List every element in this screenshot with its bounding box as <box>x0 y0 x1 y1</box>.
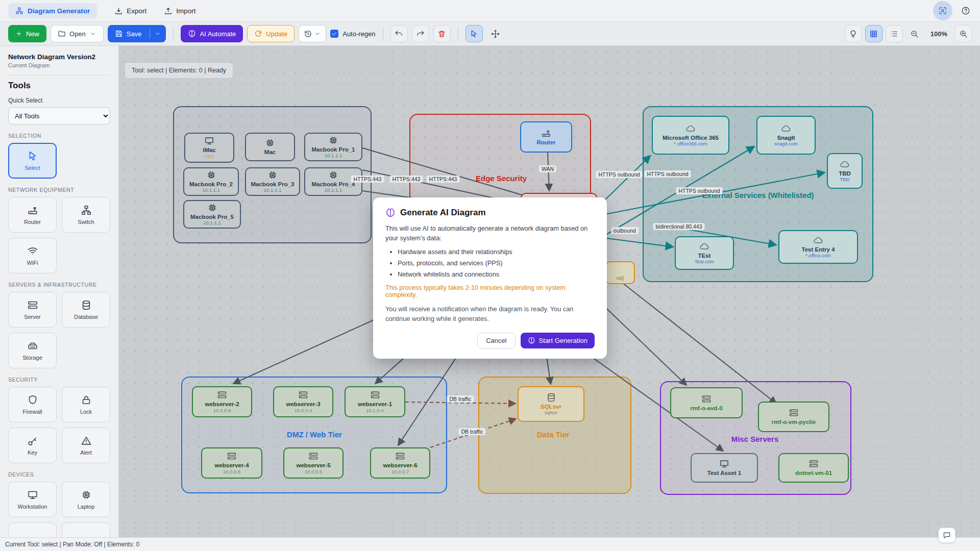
sidebar-item-storage[interactable]: Storage <box>8 333 57 368</box>
save-button[interactable]: Save <box>108 25 166 42</box>
wifi-icon <box>27 245 38 257</box>
sidebar-item-partial[interactable] <box>62 522 110 537</box>
sidebar-item-server[interactable]: Server <box>8 292 57 328</box>
node-rmf-o-avd-0[interactable]: rmf-o-avd-0 <box>670 387 743 418</box>
node-office365[interactable]: Microsoft Office 365*.office365.com <box>652 116 729 155</box>
node-macbook-pro-2[interactable]: Macbook Pro_210.1.1.1 <box>183 167 239 196</box>
sidebar-item-alert[interactable]: Alert <box>62 428 110 463</box>
ai-automate-button[interactable]: AI Automate <box>181 25 243 42</box>
update-button[interactable]: Update <box>247 25 295 42</box>
edge-label: HTTPS outbound <box>676 187 722 194</box>
chat-button[interactable] <box>938 528 955 543</box>
sidebar-item-label: Lock <box>80 409 92 415</box>
list-view-button[interactable] <box>886 25 903 42</box>
import-button[interactable]: Import <box>164 7 195 15</box>
node-label: rmf-o-vm-pyclie <box>772 419 816 426</box>
sidebar-item-label: Workstation <box>18 504 47 510</box>
fullscreen-button[interactable] <box>933 1 952 20</box>
node-label: webserver-6 <box>383 462 417 469</box>
redo-icon <box>416 30 425 38</box>
sidebar-item-switch[interactable]: Switch <box>62 197 110 233</box>
delete-button[interactable] <box>433 25 451 42</box>
start-generation-button[interactable]: Start Generation <box>521 333 595 348</box>
save-dropdown[interactable] <box>150 29 165 39</box>
sidebar-item-select[interactable]: Select <box>8 143 57 179</box>
sidebar-item-key[interactable]: Key <box>8 428 57 463</box>
node-sublabel: 10.1.1.1 <box>325 153 342 159</box>
toolbar-separator <box>383 27 383 40</box>
node-test-asset-1[interactable]: Test Asset 1 <box>691 453 758 483</box>
node-sublabel: 10.0.0.7 <box>391 469 409 475</box>
edge-label: WAN <box>539 165 556 172</box>
lightbulb-icon <box>849 30 857 38</box>
grid-view-button[interactable] <box>865 25 883 42</box>
node-sublabel: 10.0.0.8 <box>213 408 231 414</box>
node-mac[interactable]: Mac <box>245 133 295 161</box>
checkbox-checked[interactable] <box>330 30 338 38</box>
node-dotnet-vm-01[interactable]: dotnet-vm-01 <box>778 453 849 483</box>
mod al-bullet: Network whitelists and connections <box>398 270 595 278</box>
node-macbook-pro-5[interactable]: Macbook Pro_510.1.1.1 <box>183 200 241 229</box>
zoom-out-button[interactable] <box>906 25 923 42</box>
sidebar: Network Diagram Version2 Current Diagram… <box>0 46 119 537</box>
node-webserver-6[interactable]: webserver-610.0.0.7 <box>370 447 430 479</box>
node-webserver-1[interactable]: webserver-110.1.0.4 <box>345 386 405 417</box>
server-icon <box>789 408 799 418</box>
undo-button[interactable] <box>390 25 408 42</box>
history-button[interactable] <box>299 25 326 42</box>
node-label: Macbook Pro_2 <box>189 181 233 188</box>
sidebar-item-wifi[interactable]: WiFi <box>8 238 57 273</box>
node-webserver-2[interactable]: webserver-210.0.0.8 <box>192 386 252 417</box>
node-macbook-pro-3[interactable]: Macbook Pro_310.1.1.1 <box>245 167 300 196</box>
server-icon <box>308 451 318 461</box>
node-tbd[interactable]: TBDTBD <box>827 153 863 189</box>
quick-select-dropdown[interactable]: All Tools <box>8 107 110 124</box>
sidebar-item-lock[interactable]: Lock <box>62 387 110 422</box>
server-icon <box>298 390 308 400</box>
node-sublabel: 10.1.1.1 <box>325 188 342 193</box>
sidebar-item-router[interactable]: Router <box>8 197 57 233</box>
node-router[interactable]: Router <box>520 121 572 153</box>
node-macbook-pro-1[interactable]: Macbook Pro_110.1.1.1 <box>304 133 362 161</box>
node-test-entry-4[interactable]: Test Entry 4*.office.com <box>778 230 858 264</box>
select-tool-button[interactable] <box>465 25 483 42</box>
pan-tool-button[interactable] <box>487 25 504 42</box>
sidebar-item-database[interactable]: Database <box>62 292 110 328</box>
auto-regen-toggle[interactable]: Auto-regen <box>330 30 375 38</box>
sidebar-item-partial[interactable] <box>8 522 57 537</box>
hint-button[interactable] <box>845 25 862 42</box>
app-home-button[interactable]: Diagram Generator <box>8 3 97 18</box>
app-title: Diagram Generator <box>28 7 90 15</box>
node-test[interactable]: TEstTest.com <box>675 236 734 270</box>
node-sublabel: 10.1.1.1 <box>203 220 220 226</box>
node-imac[interactable]: iMacTBD <box>184 133 234 163</box>
node-rmf-o-vm-pyclie[interactable]: rmf-o-vm-pyclie <box>758 402 829 432</box>
redo-button[interactable] <box>412 25 429 42</box>
alert-icon <box>81 435 92 446</box>
zone-label-misc-servers: Misc Servers <box>731 435 779 443</box>
cpu-icon <box>267 170 278 180</box>
tools-heading: Tools <box>8 81 110 91</box>
node-partial[interactable]: nd) <box>605 261 635 284</box>
node-webserver-5[interactable]: webserver-510.0.0.5 <box>283 447 344 479</box>
open-button[interactable]: Open <box>51 25 104 42</box>
sidebar-item-laptop[interactable]: Laptop <box>62 482 110 517</box>
upload-icon <box>164 7 173 15</box>
edge-label: HTTPS:443 <box>427 176 460 183</box>
brain-icon <box>528 337 535 344</box>
node-webserver-4[interactable]: webserver-410.0.0.6 <box>201 447 262 479</box>
node-sqlsvr[interactable]: SQLsvrsqlsvr <box>518 386 584 422</box>
sidebar-item-label: Firewall <box>23 409 42 415</box>
help-button[interactable] <box>960 5 972 17</box>
section-title: NETWORK EQUIPMENT <box>8 187 110 193</box>
export-button[interactable]: Export <box>114 7 146 15</box>
node-snagit[interactable]: SnagItsnagit.com <box>756 116 816 155</box>
zoom-in-button[interactable] <box>954 25 972 42</box>
sidebar-item-workstation[interactable]: Workstation <box>8 482 57 517</box>
cancel-button[interactable]: Cancel <box>477 333 515 348</box>
node-webserver-3[interactable]: webserver-310.0.0.4 <box>273 386 333 417</box>
new-button[interactable]: New <box>8 25 46 42</box>
node-sublabel: sqlsvr <box>545 410 557 416</box>
monitor-icon <box>204 136 214 146</box>
sidebar-item-firewall[interactable]: Firewall <box>8 387 57 422</box>
